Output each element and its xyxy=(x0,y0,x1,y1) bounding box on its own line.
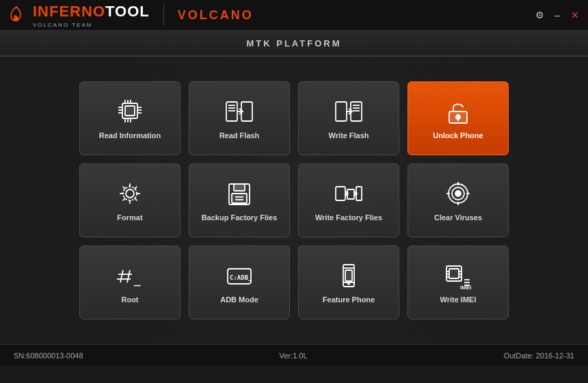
unlock-phone-button[interactable]: Unlock Phone xyxy=(407,81,509,155)
logo-tool: TOOL xyxy=(105,3,150,20)
adb-mode-label: ADB Mode xyxy=(220,295,258,304)
title-left: INFERNOTOOL VOLCANO TEAM VOLCANO xyxy=(7,3,254,28)
read-flash-label: Read Flash xyxy=(219,131,260,140)
svg-rect-37 xyxy=(347,189,354,199)
clear-viruses-label: Clear Viruses xyxy=(434,213,482,222)
svg-rect-32 xyxy=(234,184,245,191)
svg-line-49 xyxy=(127,270,130,282)
logo-group: INFERNOTOOL VOLCANO TEAM xyxy=(33,3,150,28)
write-factory-button[interactable]: Write Factory Flies xyxy=(298,163,399,237)
team-name: VOLCANO TEAM xyxy=(33,22,150,28)
gear-icon xyxy=(113,179,147,209)
chip-icon xyxy=(113,96,147,127)
format-label: Format xyxy=(117,213,142,222)
flame-icon xyxy=(7,5,26,25)
minimize-button[interactable]: – xyxy=(551,9,563,21)
factory-write-icon xyxy=(332,179,366,209)
write-flash-button[interactable]: Write Flash xyxy=(298,81,399,155)
svg-rect-58 xyxy=(345,270,352,281)
root-label: Root xyxy=(121,295,138,304)
svg-point-27 xyxy=(456,115,460,119)
svg-point-29 xyxy=(126,189,134,198)
format-button[interactable]: Format xyxy=(79,163,181,237)
clear-viruses-button[interactable]: Clear Viruses xyxy=(407,163,509,237)
write-imei-button[interactable]: IMEI Write IMEI xyxy=(407,246,509,319)
adb-icon: C:ADB_ xyxy=(222,261,256,291)
write-imei-label: Write IMEI xyxy=(440,295,477,304)
hash-icon: _ xyxy=(113,261,147,291)
platform-label: MTK PLATFORM xyxy=(246,38,341,49)
imei-icon: IMEI xyxy=(441,261,475,291)
save-icon xyxy=(222,179,256,209)
svg-rect-33 xyxy=(232,194,247,203)
logo-text: INFERNOTOOL xyxy=(33,3,150,21)
feature-phone-label: Feature Phone xyxy=(323,295,375,304)
svg-point-43 xyxy=(455,191,461,196)
version: Ver:1.0L xyxy=(280,352,308,360)
platform-bar: MTK PLATFORM xyxy=(0,31,588,57)
svg-text:C:ADB_: C:ADB_ xyxy=(230,274,252,281)
phone-icon xyxy=(332,261,366,291)
svg-text:_: _ xyxy=(134,274,141,287)
serial-number: SN:608000013-0048 xyxy=(14,352,83,360)
unlock-phone-label: Unlock Phone xyxy=(433,131,483,140)
button-grid: Read Information Read Flash Write Flash … xyxy=(79,81,509,319)
svg-line-48 xyxy=(120,270,123,282)
svg-rect-1 xyxy=(125,106,135,116)
product-label: VOLCANO xyxy=(178,8,254,23)
status-bar: SN:608000013-0048 Ver:1.0L OutDate: 2016… xyxy=(0,344,588,366)
svg-rect-36 xyxy=(336,187,345,200)
write-flash-label: Write Flash xyxy=(328,131,369,140)
read-information-label: Read Information xyxy=(99,131,161,140)
close-button[interactable]: ✕ xyxy=(569,9,581,21)
read-flash-button[interactable]: Read Flash xyxy=(189,81,290,155)
main-content: Read Information Read Flash Write Flash … xyxy=(0,57,588,344)
flash-write-icon xyxy=(332,96,366,127)
root-button[interactable]: _ Root xyxy=(79,246,181,319)
title-bar: INFERNOTOOL VOLCANO TEAM VOLCANO ⚙ – ✕ xyxy=(0,0,588,31)
flash-read-icon xyxy=(222,96,256,127)
feature-phone-button[interactable]: Feature Phone xyxy=(298,246,399,319)
settings-button[interactable]: ⚙ xyxy=(533,9,546,21)
lock-open-icon xyxy=(441,96,475,127)
backup-factory-label: Backup Factory Flies xyxy=(202,213,278,222)
write-factory-label: Write Factory Flies xyxy=(315,213,382,222)
backup-factory-button[interactable]: Backup Factory Flies xyxy=(189,163,290,237)
read-information-button[interactable]: Read Information xyxy=(79,81,181,155)
divider xyxy=(163,5,164,25)
logo-inferno: INFERNO xyxy=(33,3,105,20)
outdate: OutDate: 2016-12-31 xyxy=(504,352,574,360)
target-icon xyxy=(441,179,475,209)
adb-mode-button[interactable]: C:ADB_ ADB Mode xyxy=(189,246,290,319)
window-controls: ⚙ – ✕ xyxy=(533,9,581,21)
svg-rect-20 xyxy=(336,102,347,121)
